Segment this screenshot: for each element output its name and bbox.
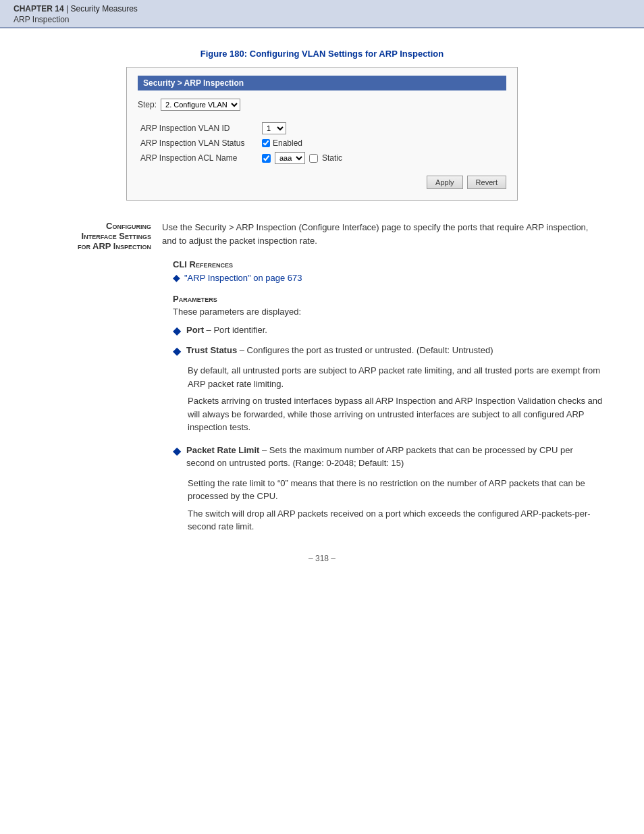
params-header: Parameters: [173, 294, 603, 304]
page-number: – 318 –: [308, 554, 336, 563]
param-port-desc: – Port identifier.: [204, 325, 267, 335]
param-port-name: Port: [186, 325, 204, 335]
section-label: ARP Inspection: [14, 15, 630, 24]
trust-extra-2: Packets arriving on trusted interfaces b…: [188, 394, 603, 434]
rate-extra-1: Setting the rate limit to “0” means that…: [188, 477, 603, 503]
vlan-status-value: Enabled: [259, 136, 506, 150]
page-header: CHAPTER 14 | Security Measures ARP Inspe…: [0, 0, 644, 28]
left-label: Configuring Interface Settings for ARP I…: [41, 221, 162, 253]
conf-label-line3: for ARP Inspection: [41, 241, 151, 251]
vlan-id-value: 1: [259, 120, 506, 136]
param-rate: ◆ Packet Rate Limit – Sets the maximum n…: [173, 444, 603, 470]
table-row: ARP Inspection ACL Name aaa Static: [138, 150, 506, 166]
step-row: Step: 2. Configure VLAN: [138, 99, 506, 111]
rate-extra-2: The switch will drop all ARP packets rec…: [188, 507, 603, 533]
button-row: Apply Revert: [138, 176, 506, 189]
param-trust-group: ◆ Trust Status – Configures the port as …: [173, 344, 603, 434]
acl-name-value: aaa Static: [259, 150, 506, 166]
param-rate-extras: Setting the rate limit to “0” means that…: [188, 477, 603, 533]
revert-button[interactable]: Revert: [467, 176, 506, 189]
param-trust: ◆ Trust Status – Configures the port as …: [173, 344, 603, 357]
param-rate-name: Packet Rate Limit: [186, 445, 259, 455]
step-select[interactable]: 2. Configure VLAN: [161, 99, 240, 111]
acl-name-select[interactable]: aaa: [275, 152, 305, 164]
figure-title: Figure 180: Configuring VLAN Settings fo…: [41, 49, 603, 59]
trust-extra-1: By default, all untrusted ports are subj…: [188, 364, 603, 390]
table-row: ARP Inspection VLAN ID 1: [138, 120, 506, 136]
acl-name-checkbox[interactable]: [262, 154, 271, 163]
conf-label-line2: Interface Settings: [41, 231, 151, 241]
vlan-id-label: ARP Inspection VLAN ID: [138, 120, 259, 136]
cli-references-section: CLI References ◆ "ARP Inspection" on pag…: [173, 259, 603, 533]
cli-link-row: ◆ "ARP Inspection" on page 673: [173, 272, 603, 283]
vlan-id-select[interactable]: 1: [262, 122, 286, 134]
diamond-icon: ◆: [173, 444, 181, 470]
param-rate-group: ◆ Packet Rate Limit – Sets the maximum n…: [173, 444, 603, 533]
diamond-icon: ◆: [173, 324, 181, 337]
static-checkbox[interactable]: [309, 154, 318, 163]
acl-name-label: ARP Inspection ACL Name: [138, 150, 259, 166]
cli-link[interactable]: "ARP Inspection" on page 673: [184, 273, 302, 283]
table-row: ARP Inspection VLAN Status Enabled: [138, 136, 506, 150]
conf-label-line1: Configuring: [41, 221, 151, 231]
intro-content: Use the Security > ARP Inspection (Confi…: [162, 221, 603, 253]
chapter-label: CHAPTER 14: [14, 4, 64, 14]
panel-title: Security > ARP Inspection: [138, 76, 506, 90]
fields-table: ARP Inspection VLAN ID 1 ARP Inspection …: [138, 120, 506, 166]
param-port: ◆ Port – Port identifier.: [173, 323, 603, 337]
vlan-status-checkbox[interactable]: [262, 139, 270, 147]
chapter-title-text: Security Measures: [70, 4, 137, 14]
figure-box: Security > ARP Inspection Step: 2. Confi…: [126, 67, 518, 201]
step-label: Step:: [138, 100, 157, 109]
params-desc: These parameters are displayed:: [173, 307, 603, 317]
static-label: Static: [322, 153, 342, 163]
diamond-icon: ◆: [173, 344, 181, 357]
vlan-status-text: Enabled: [273, 138, 302, 148]
cli-ref-header: CLI References: [173, 259, 603, 269]
page-footer: – 318 –: [41, 554, 603, 577]
vlan-status-label: ARP Inspection VLAN Status: [138, 136, 259, 150]
diamond-icon: ◆: [173, 272, 180, 283]
param-port-text: Port – Port identifier.: [186, 323, 603, 337]
apply-button[interactable]: Apply: [427, 176, 463, 189]
intro-text: Use the Security > ARP Inspection (Confi…: [162, 221, 603, 247]
param-trust-text: Trust Status – Configures the port as tr…: [186, 344, 603, 357]
param-rate-text: Packet Rate Limit – Sets the maximum num…: [186, 444, 603, 470]
page-content: Figure 180: Configuring VLAN Settings fo…: [0, 28, 644, 604]
param-trust-desc: – Configures the port as trusted or untr…: [237, 345, 493, 355]
param-trust-name: Trust Status: [186, 345, 237, 355]
section-intro-row: Configuring Interface Settings for ARP I…: [41, 221, 603, 253]
param-trust-extras: By default, all untrusted ports are subj…: [188, 364, 603, 434]
